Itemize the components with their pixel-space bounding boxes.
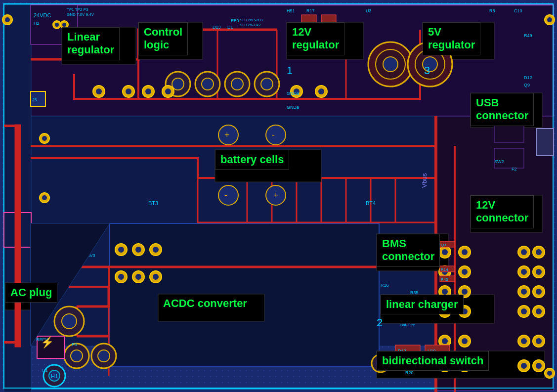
pcb-layout: 24VDC	[0, 0, 557, 392]
5v-regulator-label: 5V regulator	[423, 22, 480, 55]
12v-regulator-label: 12V regulator	[287, 22, 344, 55]
12v-connector-label: 12V connector	[471, 195, 534, 228]
acdc-converter-label: ACDC converter	[158, 294, 252, 313]
bidirectional-switch-label: bidirectional switch	[377, 351, 489, 371]
ac-plug-label: AC plug	[5, 283, 57, 303]
linear-regulator-label: Linear regulator	[62, 27, 120, 60]
usb-connector-label: USB connector	[471, 93, 534, 126]
control-logic-label: Control logic	[138, 22, 188, 55]
linear-charger-label: linear charger	[381, 295, 464, 314]
battery-cells-label: battery cells	[215, 150, 289, 170]
bms-connector-label: BMS connector	[377, 234, 440, 267]
